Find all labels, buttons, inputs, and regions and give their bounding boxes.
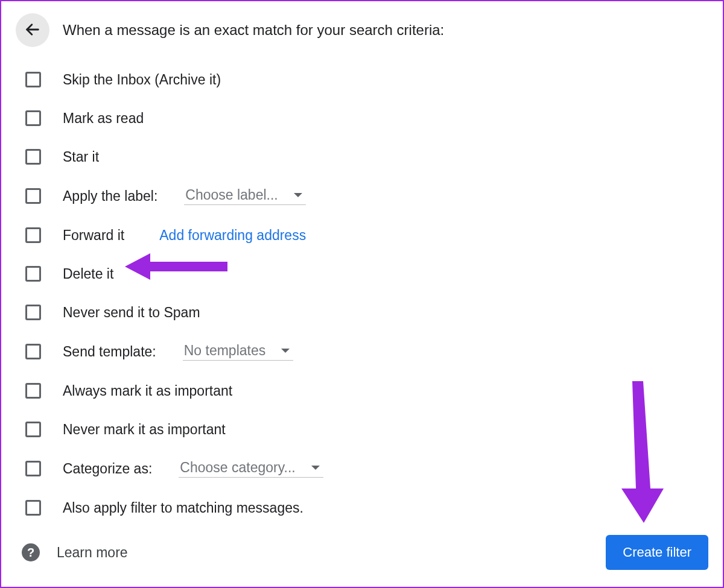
- back-button[interactable]: [16, 13, 49, 47]
- checkbox-forward-it[interactable]: [25, 227, 41, 243]
- option-label: Also apply filter to matching messages.: [63, 500, 303, 516]
- checkbox-always-important[interactable]: [25, 383, 41, 399]
- option-label: Mark as read: [63, 110, 144, 127]
- back-arrow-icon: [24, 21, 41, 40]
- option-always-important: Always mark it as important: [25, 382, 708, 399]
- option-categorize: Categorize as: Choose category...: [25, 460, 708, 478]
- filter-options-list: Skip the Inbox (Archive it) Mark as read…: [16, 71, 708, 516]
- template-dropdown[interactable]: No templates: [183, 343, 294, 361]
- option-never-important: Never mark it as important: [25, 421, 708, 438]
- option-label: Delete it: [63, 266, 113, 282]
- option-label: Star it: [63, 149, 99, 165]
- dropdown-value: Choose label...: [185, 187, 278, 203]
- dialog-header: When a message is an exact match for you…: [16, 13, 708, 47]
- checkbox-never-important[interactable]: [25, 422, 41, 437]
- help-icon[interactable]: ?: [22, 543, 40, 561]
- checkbox-apply-label[interactable]: [25, 188, 41, 204]
- option-label: Always mark it as important: [63, 383, 232, 399]
- option-star-it: Star it: [25, 148, 708, 165]
- checkbox-star-it[interactable]: [25, 149, 41, 165]
- label-dropdown[interactable]: Choose label...: [184, 187, 305, 205]
- option-forward-it: Forward it Add forwarding address: [25, 227, 708, 244]
- option-skip-inbox: Skip the Inbox (Archive it): [25, 71, 708, 88]
- option-label: Never send it to Spam: [63, 305, 200, 321]
- dialog-heading: When a message is an exact match for you…: [63, 22, 444, 39]
- option-mark-read: Mark as read: [25, 110, 708, 127]
- option-label: Send template:: [63, 344, 156, 360]
- dropdown-value: No templates: [184, 343, 266, 359]
- chevron-down-icon: [281, 349, 290, 353]
- option-label: Never mark it as important: [63, 422, 226, 438]
- filter-dialog: When a message is an exact match for you…: [0, 0, 724, 588]
- checkbox-never-spam[interactable]: [25, 305, 41, 320]
- option-also-apply: Also apply filter to matching messages.: [25, 499, 708, 516]
- checkbox-skip-inbox[interactable]: [25, 72, 41, 87]
- chevron-down-icon: [294, 193, 302, 197]
- option-apply-label: Apply the label: Choose label...: [25, 187, 708, 205]
- option-never-spam: Never send it to Spam: [25, 304, 708, 321]
- option-delete-it: Delete it: [25, 265, 708, 282]
- checkbox-mark-read[interactable]: [25, 110, 41, 126]
- dropdown-value: Choose category...: [180, 460, 295, 476]
- create-filter-button[interactable]: Create filter: [606, 535, 708, 570]
- checkbox-delete-it[interactable]: [25, 266, 41, 282]
- option-label: Forward it: [63, 227, 124, 244]
- option-label: Apply the label:: [63, 188, 157, 204]
- learn-more-link[interactable]: Learn more: [57, 545, 128, 561]
- option-send-template: Send template: No templates: [25, 343, 708, 361]
- checkbox-categorize[interactable]: [25, 461, 41, 476]
- option-label: Categorize as:: [63, 461, 152, 477]
- checkbox-send-template[interactable]: [25, 344, 41, 359]
- category-dropdown[interactable]: Choose category...: [179, 460, 323, 478]
- chevron-down-icon: [311, 466, 320, 470]
- option-label: Skip the Inbox (Archive it): [63, 72, 221, 88]
- add-forwarding-address-link[interactable]: Add forwarding address: [159, 227, 306, 244]
- dialog-footer: ? Learn more Create filter: [22, 535, 708, 570]
- learn-more-wrap: ? Learn more: [22, 543, 128, 561]
- checkbox-also-apply[interactable]: [25, 500, 41, 516]
